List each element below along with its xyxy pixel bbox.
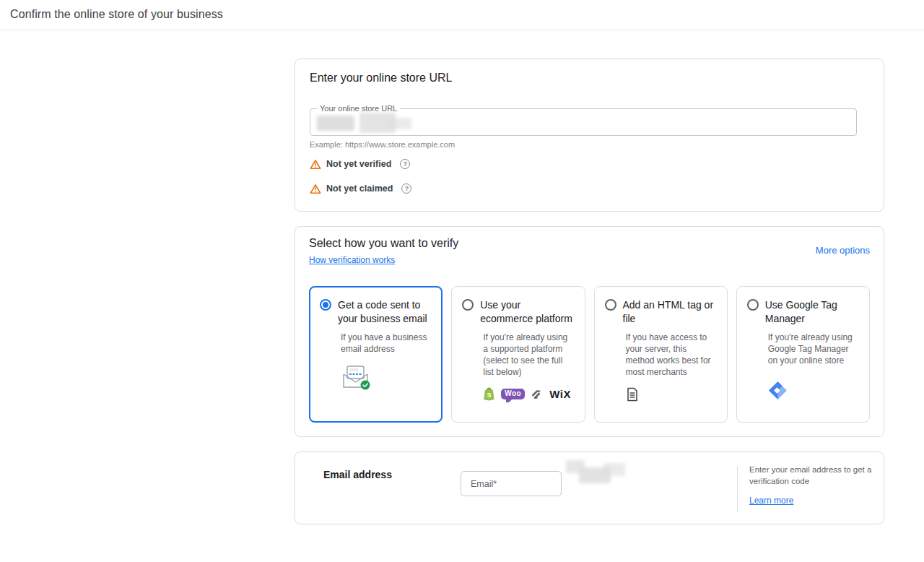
svg-text:S: S — [487, 392, 492, 399]
option-description: If you have access to your server, this … — [626, 332, 717, 378]
option-html-tag[interactable]: Add an HTML tag or file If you have acce… — [594, 286, 728, 423]
how-verification-works-link[interactable]: How verification works — [309, 255, 395, 265]
learn-more-link[interactable]: Learn more — [749, 496, 793, 506]
shopify-logo: S — [483, 387, 495, 401]
option-title: Use Google Tag Manager — [765, 298, 859, 326]
squarespace-logo — [531, 389, 544, 400]
email-address-label: Email address — [323, 469, 392, 480]
option-google-tag-manager[interactable]: Use Google Tag Manager If you're already… — [736, 286, 870, 423]
option-title: Add an HTML tag or file — [623, 298, 717, 326]
woocommerce-logo: Woo — [501, 389, 525, 399]
option-description: If you're already using Google Tag Manag… — [768, 332, 859, 366]
radio-unselected-icon[interactable] — [747, 299, 759, 311]
verify-heading: Select how you want to verify — [309, 237, 458, 250]
verify-method-card: Select how you want to verify How verifi… — [295, 226, 884, 437]
claimed-status-row: Not yet claimed — [310, 182, 869, 195]
store-url-card: Enter your online store URL Your online … — [295, 59, 884, 212]
help-icon[interactable] — [401, 183, 411, 194]
warning-icon — [310, 159, 321, 170]
radio-unselected-icon[interactable] — [462, 299, 474, 311]
radio-selected-icon[interactable] — [320, 299, 331, 311]
verified-status-label: Not yet verified — [326, 159, 391, 169]
option-title: Get a code sent to your business email — [338, 298, 432, 326]
google-tag-manager-icon — [768, 381, 788, 400]
option-business-email[interactable]: Get a code sent to your business email I… — [309, 286, 443, 423]
email-input[interactable] — [461, 471, 562, 496]
vertical-divider — [737, 466, 738, 511]
radio-unselected-icon[interactable] — [605, 299, 616, 311]
option-description: If you're already using a supported plat… — [483, 332, 574, 378]
verified-status-row: Not yet verified — [310, 157, 869, 170]
help-icon[interactable] — [400, 159, 410, 169]
page-title: Confirm the online store of your busines… — [10, 8, 924, 21]
claimed-status-label: Not yet claimed — [326, 183, 393, 194]
redacted-url-value — [317, 116, 354, 131]
option-title: Use your ecommerce platform — [480, 298, 574, 326]
option-description: If you have a business email address — [341, 332, 432, 355]
redacted-url-value — [388, 118, 411, 129]
main-content: Enter your online store URL Your online … — [295, 59, 884, 524]
more-options-link[interactable]: More options — [816, 245, 870, 266]
store-url-heading: Enter your online store URL — [310, 72, 869, 85]
store-url-example: Example: https://www.store.example.com — [310, 140, 869, 149]
page-header: Confirm the online store of your busines… — [0, 0, 924, 30]
redacted-email-value — [566, 457, 628, 489]
store-url-field-label: Your online store URL — [317, 104, 400, 113]
verify-options: Get a code sent to your business email I… — [309, 286, 870, 423]
warning-icon — [310, 183, 321, 194]
email-help-text: Enter your email address to get a verifi… — [749, 464, 881, 487]
email-verified-icon — [341, 364, 372, 390]
html-file-icon — [626, 387, 639, 402]
store-url-input[interactable]: Your online store URL — [310, 108, 857, 136]
option-ecommerce-platform[interactable]: Use your ecommerce platform If you're al… — [451, 286, 585, 423]
email-address-card: Email address Enter your email address t… — [295, 451, 884, 524]
wix-logo: WiX — [549, 388, 571, 400]
